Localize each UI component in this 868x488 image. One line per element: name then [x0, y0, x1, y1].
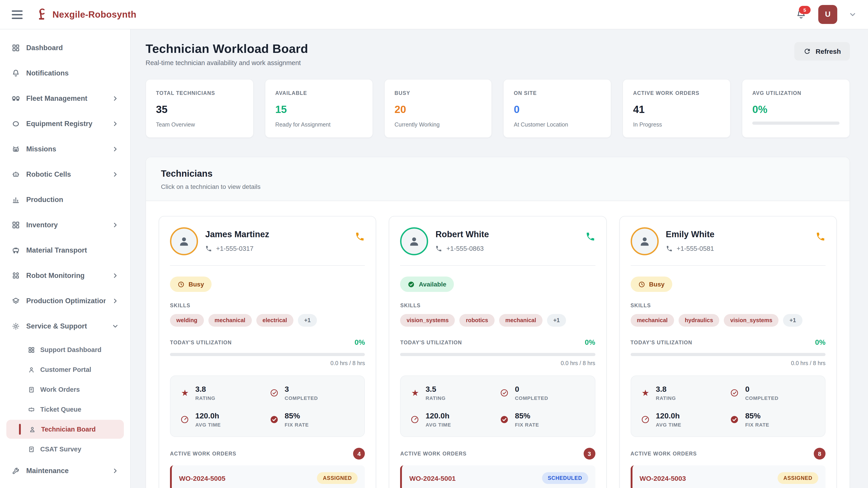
call-button[interactable] — [585, 232, 595, 242]
sidebar-item-label: Production Optimization — [26, 297, 106, 305]
technician-name: Emily White — [666, 230, 714, 239]
work-order-row[interactable]: WO-2024-5003 ASSIGNED — [630, 465, 826, 488]
utilization-percent: 0% — [815, 338, 826, 347]
sidebar-subitem-technician-board[interactable]: Technician Board — [6, 420, 124, 439]
sidebar-item-dashboard[interactable]: Dashboard — [6, 37, 124, 59]
stat-value: 15 — [275, 103, 363, 116]
technician-avatar — [400, 227, 428, 255]
technician-card[interactable]: Emily White +1-555-0581 — [619, 216, 837, 488]
star-icon: ★ — [411, 389, 420, 397]
app-shell: Dashboard Notifications Fleet Management… — [0, 29, 868, 488]
person-icon — [28, 366, 35, 373]
extra-skills-chip: +1 — [783, 314, 802, 327]
sidebar-item-equipment-registry[interactable]: Equipment Registry — [6, 112, 124, 135]
sidebar-item-inventory[interactable]: Inventory — [6, 214, 124, 236]
robot-icon — [12, 145, 20, 153]
technician-stats-box: ★ 3.8RATING 3COMPLETED 120.0hAVG TIME — [170, 376, 365, 437]
check-circle-icon — [500, 389, 509, 397]
sidebar-item-fleet-management[interactable]: Fleet Management — [6, 87, 124, 109]
technicians-grid: James Martinez +1-555-0317 — [146, 201, 849, 488]
work-order-row[interactable]: WO-2024-5001 SCHEDULED — [400, 465, 595, 488]
skill-chip: electrical — [256, 314, 293, 327]
fleet-icon — [12, 94, 20, 102]
bar-chart-icon — [12, 195, 20, 203]
grid-icon — [12, 221, 20, 229]
sidebar-subitem-ticket-queue[interactable]: Ticket Queue — [6, 400, 124, 419]
sidebar-item-label: Missions — [26, 145, 106, 153]
sidebar-item-material-transport[interactable]: Material Transport — [6, 239, 124, 261]
utilization-label: TODAY'S UTILIZATION — [400, 340, 462, 345]
sidebar-item-missions[interactable]: Missions — [6, 138, 124, 160]
sidebar-item-maintenance[interactable]: Maintenance — [6, 459, 124, 482]
technician-avatar — [630, 227, 658, 255]
technician-card[interactable]: James Martinez +1-555-0317 — [159, 216, 376, 488]
sidebar-subitem-csat-survey[interactable]: CSAT Survey — [6, 440, 124, 459]
status-badge: Busy — [630, 276, 672, 292]
sidebar-item-notifications[interactable]: Notifications — [6, 62, 124, 84]
sidebar-item-label: Inventory — [26, 221, 106, 229]
technician-card[interactable]: Robert White +1-555-0863 — [389, 216, 607, 488]
top-header: Nexgile-Robosynth 5 U — [0, 0, 868, 29]
sidebar-item-robot-monitoring[interactable]: Robot Monitoring — [6, 264, 124, 287]
avg-time-label: AVG TIME — [195, 422, 221, 427]
cart-icon — [12, 246, 20, 254]
skills-label: SKILLS — [630, 303, 826, 308]
call-button[interactable] — [355, 232, 365, 242]
sidebar-subitem-customer-portal[interactable]: Customer Portal — [6, 360, 124, 379]
sidebar-item-label: Notifications — [26, 69, 119, 77]
fix-rate-label: FIX RATE — [745, 422, 770, 427]
chevron-right-icon — [112, 272, 119, 279]
sidebar-item-production-optimization[interactable]: Production Optimization — [6, 290, 124, 312]
sidebar-item-service-support[interactable]: Service & Support — [6, 315, 124, 337]
utilization-label: TODAY'S UTILIZATION — [170, 340, 232, 345]
sidebar-subitem-support-dashboard[interactable]: Support Dashboard — [6, 340, 124, 359]
sidebar-subitem-work-orders[interactable]: Work Orders — [6, 380, 124, 399]
rating-value: 3.8 — [656, 385, 676, 394]
stat-card-avg-utilization: AVG UTILIZATION 0% — [742, 79, 850, 138]
stat-value: 0% — [752, 103, 839, 116]
utilization-progress-bar — [752, 122, 839, 125]
notifications-bell-button[interactable]: 5 — [796, 9, 807, 20]
work-order-row[interactable]: WO-2024-5005 ASSIGNED — [170, 465, 365, 488]
sidebar-item-label: Robotic Cells — [26, 170, 106, 178]
avg-time-value: 120.0h — [195, 412, 221, 421]
chevron-right-icon — [112, 171, 119, 177]
equipment-icon — [12, 120, 20, 128]
layers-icon — [12, 297, 20, 305]
user-menu-chevron-down-icon[interactable] — [849, 11, 856, 18]
user-avatar[interactable]: U — [818, 5, 837, 24]
stat-label: ON SITE — [514, 90, 601, 96]
sidebar-subitem-label: Ticket Queue — [40, 406, 119, 413]
sidebar-subitem-label: Work Orders — [40, 386, 119, 393]
gauge-icon — [411, 415, 420, 424]
stat-label: BUSY — [395, 90, 482, 96]
stat-card-available: AVAILABLE 15 Ready for Assignment — [265, 79, 373, 138]
technician-stats-box: ★ 3.5RATING 0COMPLETED 120.0hAVG TIME — [400, 376, 595, 437]
refresh-button[interactable]: Refresh — [794, 42, 850, 61]
sidebar-item-production[interactable]: Production — [6, 188, 124, 210]
refresh-label: Refresh — [815, 47, 841, 55]
rating-label: RATING — [195, 395, 215, 401]
hours-worked: 0.0 hrs / 8 hrs — [400, 360, 595, 366]
sidebar-item-label: Production — [26, 195, 119, 203]
completed-label: COMPLETED — [515, 395, 548, 401]
technician-stats-box: ★ 3.8RATING 0COMPLETED 120.0hAVG TIME — [630, 376, 826, 437]
skills-list: vision_systems robotics mechanical +1 — [400, 314, 595, 327]
technician-phone: +1-555-0863 — [446, 245, 484, 252]
clock-icon — [638, 281, 645, 288]
stat-caption: At Customer Location — [514, 122, 601, 128]
avg-time-value: 120.0h — [656, 412, 681, 421]
hamburger-menu-icon[interactable] — [12, 10, 23, 19]
skill-chip: hydraulics — [679, 314, 719, 327]
stat-value: 41 — [633, 103, 720, 116]
sidebar-item-robotic-cells[interactable]: Robotic Cells — [6, 163, 124, 185]
technicians-panel: Technicians Click on a technician to vie… — [146, 157, 850, 488]
skill-chip: mechanical — [208, 314, 252, 327]
stat-label: TOTAL TECHNICIANS — [156, 90, 243, 96]
sidebar-item-label: Fleet Management — [26, 94, 106, 102]
stat-card-total-technicians: TOTAL TECHNICIANS 35 Team Overview — [146, 79, 254, 138]
technician-progress-bar — [170, 353, 365, 356]
check-circle-filled-icon — [730, 415, 739, 424]
avg-time-label: AVG TIME — [426, 422, 451, 427]
call-button[interactable] — [815, 232, 826, 242]
